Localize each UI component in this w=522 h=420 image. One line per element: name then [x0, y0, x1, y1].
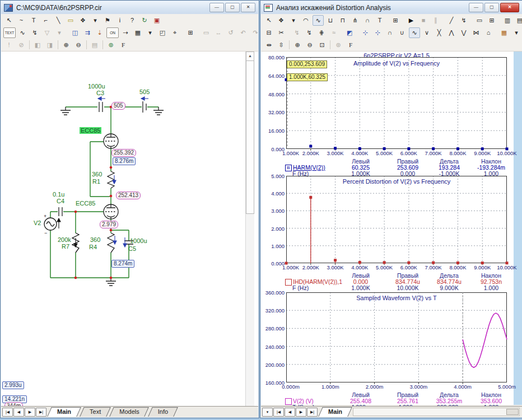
tab-text[interactable]: Text — [82, 407, 109, 417]
peak-label-icon[interactable]: ∩ — [362, 15, 373, 26]
prev-tab-button[interactable]: ◀ — [285, 408, 295, 417]
mirror-y-icon[interactable]: ↶ — [237, 27, 249, 38]
zoom-out-icon[interactable]: ⊖ — [304, 40, 315, 50]
cursor-left-icon[interactable]: ↯ — [291, 27, 302, 38]
font-icon[interactable]: F — [118, 40, 129, 50]
charts-panel[interactable]: 6n2PSRPP.cir V2.A=1.5Amplitude of V(2) v… — [261, 52, 522, 405]
go-min-icon[interactable]: ⋁ — [458, 27, 469, 38]
font-icon[interactable]: F — [345, 40, 356, 50]
minimize-button[interactable]: — — [209, 3, 224, 12]
first-tab-button[interactable]: |◀ — [273, 408, 284, 417]
color-box-icon[interactable]: ▦ — [498, 27, 510, 38]
polyline-tool-icon[interactable]: ↯ — [458, 15, 469, 26]
text-stepper-icon[interactable]: TEXT — [3, 27, 16, 38]
properties-icon[interactable]: ⊞ — [390, 15, 401, 26]
scrollbar-thumb[interactable] — [246, 60, 254, 214]
clear-errors-icon[interactable]: ⊘ — [16, 40, 27, 50]
horizontal-scrollbar[interactable] — [353, 408, 520, 416]
branch-tag-icon[interactable]: ⋔ — [349, 15, 361, 26]
legend-checkbox[interactable] — [285, 398, 292, 405]
tab-info[interactable]: Info — [150, 407, 176, 417]
node-voltage-icon[interactable]: ↯ — [29, 27, 40, 38]
node-numbers-icon[interactable]: ◫ — [69, 27, 81, 38]
wire-tool-icon[interactable]: ~ — [16, 15, 27, 26]
mirror-x-icon[interactable]: ↷ — [250, 27, 261, 38]
point-tag-icon[interactable]: ⊔ — [325, 15, 336, 26]
cursor-right-icon[interactable]: ↯ — [304, 27, 315, 38]
zoom-area-icon[interactable]: ◩ — [344, 27, 355, 38]
go-tops-icon[interactable]: ⋈ — [470, 27, 482, 38]
align-cursors-icon[interactable]: ≈ — [328, 27, 339, 38]
globe-icon[interactable]: ⊛ — [105, 40, 116, 50]
rotate-icon[interactable]: ↺ — [225, 27, 236, 38]
border-toggle-icon[interactable]: ◰ — [157, 27, 168, 38]
model-tool-icon[interactable]: ▣ — [151, 15, 162, 26]
zoom-out-icon[interactable]: ⊖ — [73, 40, 84, 50]
last-tab-button[interactable]: ▶| — [307, 408, 318, 417]
run-icon[interactable]: ▶ — [406, 15, 417, 26]
component-picker-icon[interactable]: ❖ — [276, 15, 287, 26]
go-high-icon[interactable]: ∿ — [409, 27, 420, 38]
select-box-icon[interactable]: ▭ — [474, 15, 485, 26]
condition-display-icon[interactable]: ON — [106, 27, 119, 38]
next-point-icon[interactable]: ⊹ — [360, 27, 371, 38]
go-peak-icon[interactable]: ∩ — [384, 27, 395, 38]
grid-toggle-icon[interactable]: ▦ — [132, 27, 143, 38]
cursor-both-icon[interactable]: ⋕ — [316, 27, 327, 38]
waveform-probe-icon[interactable]: ∿ — [17, 27, 28, 38]
power-display-icon[interactable]: ⇣ — [94, 27, 105, 38]
x-scale-icon[interactable]: ⇹ — [263, 40, 274, 50]
component-picker-icon[interactable]: ❖ — [77, 15, 88, 26]
send-back-icon[interactable]: ◨ — [44, 40, 55, 50]
tab-main[interactable]: Main — [49, 407, 79, 417]
last-tab-button[interactable]: ▶| — [36, 408, 46, 417]
close-button[interactable]: ✕ — [241, 3, 255, 12]
pages-icon[interactable]: ▤ — [89, 40, 100, 50]
go-max-icon[interactable]: ⋀ — [446, 27, 457, 38]
globe-icon[interactable]: ⊛ — [333, 40, 344, 50]
properties-icon[interactable]: ⊞ — [185, 27, 196, 38]
current-display-icon[interactable]: ⇉ — [82, 27, 93, 38]
flip-x-icon[interactable]: ↔ — [213, 27, 224, 38]
pin-connections-icon[interactable]: ⇢ — [120, 27, 131, 38]
legend-badge[interactable]: B — [285, 165, 292, 171]
prev-tab-button[interactable]: ◀ — [13, 408, 24, 417]
stop-icon[interactable]: ■ — [418, 15, 429, 26]
analysis-titlebar[interactable]: Анализ искажений Distortion Analysis — ▢… — [261, 1, 522, 15]
ortho-wire-tool-icon[interactable]: ⌐ — [40, 15, 52, 26]
dropdown-icon[interactable]: ▾ — [288, 15, 299, 26]
y-scale-icon[interactable]: ⇳ — [276, 40, 287, 50]
text-tool-icon[interactable]: T — [28, 15, 39, 26]
close-button[interactable]: ✕ — [500, 3, 519, 12]
info-tool-icon[interactable]: i — [114, 15, 125, 26]
refresh-tool-icon[interactable]: ↻ — [139, 15, 150, 26]
go-inflection-icon[interactable]: ╳ — [434, 27, 445, 38]
maximize-button[interactable]: ▢ — [484, 3, 499, 12]
trim-icon[interactable]: ✂ — [276, 27, 287, 38]
dropdown-icon[interactable]: ▾ — [511, 27, 522, 38]
rect-tool-icon[interactable]: ▭ — [65, 15, 76, 26]
legend-checkbox[interactable] — [285, 279, 292, 286]
zoom-in-icon[interactable]: ⊕ — [292, 40, 303, 50]
select-area-icon[interactable]: ▭ — [201, 27, 212, 38]
flag-tool-icon[interactable]: ⚑ — [102, 15, 113, 26]
dropdown-icon[interactable]: ▾ — [145, 27, 156, 38]
go-valley-icon[interactable]: ∪ — [397, 27, 408, 38]
schematic-canvas[interactable]: + − 1000uC3505ECC85360R10.1uC4ECC85V2200… — [1, 52, 258, 408]
help-tool-icon[interactable]: ? — [127, 15, 138, 26]
select-tool-icon[interactable]: ↖ — [3, 15, 15, 26]
scroll-up-icon[interactable]: ▲ — [246, 52, 254, 61]
pause-icon[interactable]: ∥ — [430, 15, 441, 26]
prev-point-icon[interactable]: ⊹ — [372, 27, 383, 38]
line-tool-icon[interactable]: ╲ — [53, 15, 64, 26]
scale-mode-icon[interactable]: ◠ — [300, 15, 311, 26]
line-tool-icon[interactable]: ╱ — [446, 15, 457, 26]
zoom-window-icon[interactable]: ⊡ — [316, 40, 328, 50]
tab-models[interactable]: Models — [111, 407, 147, 417]
minimize-button[interactable]: — — [469, 3, 483, 12]
dropdown-icon[interactable]: ▾ — [90, 15, 101, 26]
vertical-scrollbar[interactable]: ▲ — [245, 52, 254, 407]
title-block-icon[interactable]: ⌖ — [169, 27, 180, 38]
scrollbar-thumb[interactable] — [506, 409, 519, 415]
single-panel-icon[interactable]: ⊟ — [263, 27, 274, 38]
